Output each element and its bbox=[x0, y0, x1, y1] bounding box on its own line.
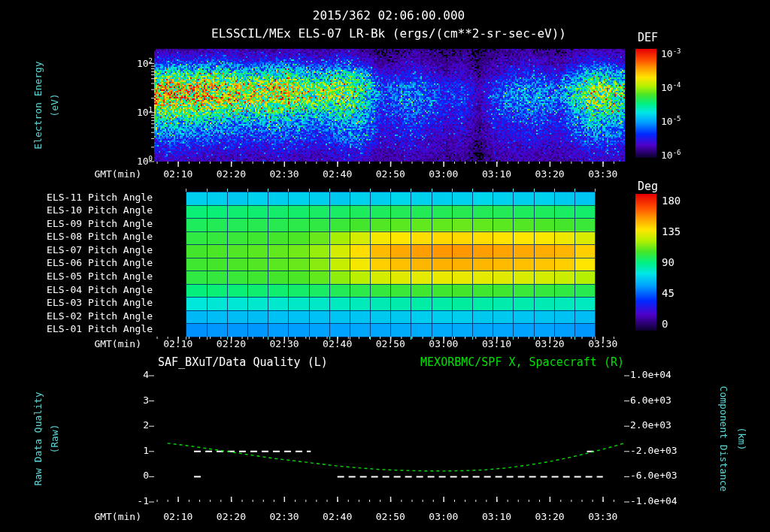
pitch-row-label: ELS-03 Pitch Angle bbox=[47, 298, 153, 309]
def-tick-label: 10-3 bbox=[661, 47, 681, 60]
x-tick-label-middle: 03:30 bbox=[588, 339, 617, 350]
deg-tick-label: 180 bbox=[662, 195, 681, 207]
energy-axis-unit: (eV) bbox=[49, 93, 60, 116]
raw-quality-axis-label: Raw Data Quality bbox=[32, 391, 44, 485]
x-tick-label-bottom: 02:10 bbox=[163, 512, 192, 523]
distance-tick-label: 6.0e+03 bbox=[630, 395, 671, 407]
pitch-row-label: ELS-08 Pitch Angle bbox=[47, 231, 153, 243]
x-tick-label-bottom: 03:00 bbox=[429, 512, 458, 523]
x-tick-label-bottom: 02:20 bbox=[217, 512, 246, 523]
quality-tick-label: 0 bbox=[143, 470, 149, 482]
spectrogram-title: ELSSCIL/MEx ELS-07 LR-Bk (ergs/(cm**2-sr… bbox=[211, 27, 566, 41]
x-tick-label-top: 03:00 bbox=[429, 169, 458, 180]
x-tick-label-top: 02:40 bbox=[323, 169, 352, 180]
timestamp-title: 2015/362 02:06:00.000 bbox=[313, 9, 465, 23]
x-tick-label-top: 02:10 bbox=[163, 169, 192, 180]
x-tick-label-bottom: 02:40 bbox=[323, 512, 352, 523]
pitch-row-label: ELS-05 Pitch Angle bbox=[47, 271, 153, 283]
deg-colorbar-title: Deg bbox=[638, 180, 658, 193]
x-tick-label-top: 02:20 bbox=[217, 169, 246, 180]
x-tick-label-bottom: 02:50 bbox=[376, 512, 405, 523]
x-tick-label-top: 02:30 bbox=[269, 169, 299, 180]
x-tick-label-bottom: 02:30 bbox=[269, 512, 299, 523]
pitch-row-label: ELS-04 Pitch Angle bbox=[47, 285, 153, 296]
quality-tick-label: 3 bbox=[143, 395, 149, 407]
component-distance-axis-unit: (km) bbox=[736, 427, 747, 450]
x-tick-label-middle: 03:20 bbox=[535, 339, 565, 350]
pitch-row-label: ELS-07 Pitch Angle bbox=[47, 245, 153, 256]
x-tick-label-middle: 02:10 bbox=[163, 339, 192, 350]
deg-tick-label: 45 bbox=[662, 287, 675, 299]
pitch-row-label: ELS-11 Pitch Angle bbox=[47, 192, 153, 204]
distance-tick-label: -6.0e+03 bbox=[630, 470, 678, 482]
def-tick-label: 10-5 bbox=[661, 115, 681, 128]
distance-tick-label: 2.0e+03 bbox=[630, 420, 671, 431]
energy-tick-label: 100 bbox=[137, 155, 153, 168]
bottom-left-title: SAF_BXuT/Data Quality (L) bbox=[158, 356, 328, 369]
x-tick-label-middle: 02:30 bbox=[269, 339, 299, 350]
pitch-row-label: ELS-06 Pitch Angle bbox=[47, 258, 153, 269]
deg-tick-label: 90 bbox=[662, 256, 675, 268]
component-distance-axis-label: Component Distance bbox=[718, 386, 729, 492]
gmt-label-middle: GMT(min) bbox=[94, 339, 141, 350]
x-tick-label-top: 03:30 bbox=[588, 169, 617, 180]
x-tick-label-top: 03:20 bbox=[535, 169, 565, 180]
x-tick-label-bottom: 03:20 bbox=[535, 512, 565, 523]
deg-tick-label: 135 bbox=[662, 225, 681, 237]
x-tick-label-top: 02:50 bbox=[376, 169, 405, 180]
plot-screen: 2015/362 02:06:00.000 ELSSCIL/MEx ELS-07… bbox=[0, 0, 770, 532]
bottom-right-title: MEXORBMC/SPF X, Spacecraft (R) bbox=[420, 356, 624, 369]
x-tick-label-middle: 03:10 bbox=[482, 339, 511, 350]
energy-axis-label: Electron Energy bbox=[32, 61, 44, 149]
quality-tick-label: -1 bbox=[137, 496, 149, 507]
distance-tick-label: -2.0e+03 bbox=[630, 446, 678, 457]
x-tick-label-bottom: 03:30 bbox=[588, 512, 617, 523]
x-tick-label-top: 03:10 bbox=[482, 169, 511, 180]
gmt-label-top: GMT(min) bbox=[94, 169, 141, 180]
x-tick-label-middle: 02:20 bbox=[217, 339, 246, 350]
quality-tick-label: 2 bbox=[143, 420, 149, 431]
energy-tick-label: 102 bbox=[137, 57, 153, 70]
pitch-row-label: ELS-02 Pitch Angle bbox=[47, 311, 153, 322]
gmt-label-bottom: GMT(min) bbox=[94, 512, 141, 523]
x-tick-label-middle: 03:00 bbox=[429, 339, 458, 350]
quality-tick-label: 4 bbox=[143, 370, 149, 381]
pitch-row-label: ELS-09 Pitch Angle bbox=[47, 219, 153, 230]
x-tick-label-middle: 02:40 bbox=[323, 339, 352, 350]
def-tick-label: 10-6 bbox=[661, 149, 681, 162]
quality-tick-label: 1 bbox=[143, 446, 149, 457]
raw-quality-axis-unit: (Raw) bbox=[49, 424, 60, 453]
distance-tick-label: -1.0e+04 bbox=[630, 496, 678, 507]
def-colorbar-title: DEF bbox=[638, 32, 658, 44]
pitch-row-label: ELS-10 Pitch Angle bbox=[47, 205, 153, 216]
pitch-row-label: ELS-01 Pitch Angle bbox=[47, 324, 153, 335]
deg-tick-label: 0 bbox=[662, 318, 668, 330]
distance-tick-label: 1.0e+04 bbox=[630, 370, 671, 381]
x-tick-label-middle: 02:50 bbox=[376, 339, 405, 350]
def-tick-label: 10-4 bbox=[661, 81, 681, 94]
x-tick-label-bottom: 03:10 bbox=[482, 512, 511, 523]
energy-tick-label: 101 bbox=[137, 106, 153, 119]
